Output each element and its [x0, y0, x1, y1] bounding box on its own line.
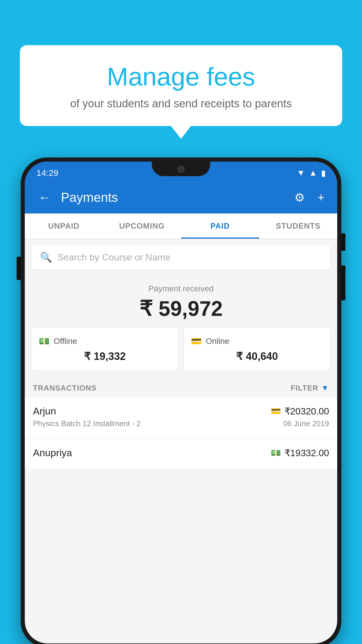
- table-row[interactable]: Arjun 💳 ₹20320.00 Physics Batch 12 Insta…: [25, 397, 337, 439]
- table-row[interactable]: Anupriya 💵 ₹19332.00: [25, 439, 337, 469]
- transaction-name: Arjun: [33, 405, 56, 417]
- tab-upcoming[interactable]: UPCOMING: [103, 214, 181, 239]
- filter-button[interactable]: FILTER ▼: [291, 384, 329, 393]
- cash-icon: 💵: [39, 336, 50, 346]
- transaction-list: Arjun 💳 ₹20320.00 Physics Batch 12 Insta…: [25, 397, 337, 469]
- filter-icon: ▼: [321, 384, 329, 393]
- offline-amount: ₹ 19,332: [39, 350, 171, 363]
- transactions-header: TRANSACTIONS FILTER ▼: [25, 377, 337, 397]
- power-button: [341, 233, 345, 251]
- transaction-amount: ₹19332.00: [284, 447, 329, 459]
- pay-mode-icon: 💳: [271, 406, 281, 416]
- notch: [152, 162, 210, 176]
- settings-button[interactable]: ⚙: [292, 188, 307, 206]
- search-icon: 🔍: [40, 251, 52, 263]
- wifi-icon: ▼: [297, 168, 305, 178]
- offline-card: 💵 Offline ₹ 19,332: [32, 328, 178, 371]
- payment-cards: 💵 Offline ₹ 19,332 💳 Online ₹ 40,640: [32, 328, 330, 371]
- online-amount: ₹ 40,640: [191, 350, 323, 363]
- online-header: 💳 Online: [191, 336, 323, 346]
- tab-unpaid[interactable]: UNPAID: [25, 214, 103, 239]
- search-bar[interactable]: 🔍 Search by Course or Name: [32, 245, 330, 270]
- app-bar: ← Payments ⚙ +: [25, 181, 337, 214]
- payment-received-label: Payment received: [32, 284, 330, 293]
- app-bar-actions: ⚙ +: [292, 188, 327, 206]
- transaction-amount-row: 💵 ₹19332.00: [271, 447, 329, 459]
- signal-icon: ▲: [309, 168, 317, 178]
- volume-button: [17, 257, 21, 280]
- bubble-title: Manage fees: [34, 63, 328, 91]
- tab-paid[interactable]: PAID: [181, 214, 259, 239]
- transaction-name: Anupriya: [33, 447, 72, 459]
- bubble-subtitle: of your students and send receipts to pa…: [34, 97, 328, 110]
- status-icons: ▼ ▲ ▮: [297, 168, 326, 178]
- transaction-amount-row: 💳 ₹20320.00: [271, 406, 329, 417]
- offline-header: 💵 Offline: [39, 336, 171, 346]
- online-card: 💳 Online ₹ 40,640: [184, 328, 330, 371]
- back-button[interactable]: ←: [35, 187, 54, 208]
- total-amount: ₹ 59,972: [32, 296, 330, 321]
- tab-students[interactable]: STUDENTS: [259, 214, 337, 239]
- content-area: 🔍 Search by Course or Name Payment recei…: [25, 245, 337, 469]
- volume-down-button: [341, 265, 345, 300]
- offline-label: Offline: [54, 337, 77, 346]
- payment-summary: Payment received ₹ 59,972 💵 Offline ₹ 19…: [25, 275, 337, 377]
- phone-frame: 14:29 ▼ ▲ ▮ ← Payments ⚙ + UNPAID UPCOMI…: [21, 158, 341, 644]
- search-placeholder: Search by Course or Name: [57, 252, 171, 263]
- battery-icon: ▮: [321, 168, 326, 178]
- page-title: Payments: [61, 190, 285, 205]
- transactions-label: TRANSACTIONS: [33, 384, 97, 393]
- tabs: UNPAID UPCOMING PAID STUDENTS: [25, 214, 337, 239]
- transaction-detail: Physics Batch 12 Installment - 2: [33, 419, 141, 428]
- status-time: 14:29: [36, 168, 58, 178]
- online-label: Online: [206, 337, 229, 346]
- add-button[interactable]: +: [315, 189, 327, 206]
- card-icon: 💳: [191, 336, 202, 346]
- speech-bubble: Manage fees of your students and send re…: [20, 45, 342, 126]
- transaction-date: 06 June 2019: [283, 419, 329, 428]
- transaction-amount: ₹20320.00: [284, 406, 329, 417]
- camera: [178, 166, 184, 173]
- filter-label: FILTER: [291, 384, 318, 393]
- pay-mode-icon: 💵: [271, 448, 281, 458]
